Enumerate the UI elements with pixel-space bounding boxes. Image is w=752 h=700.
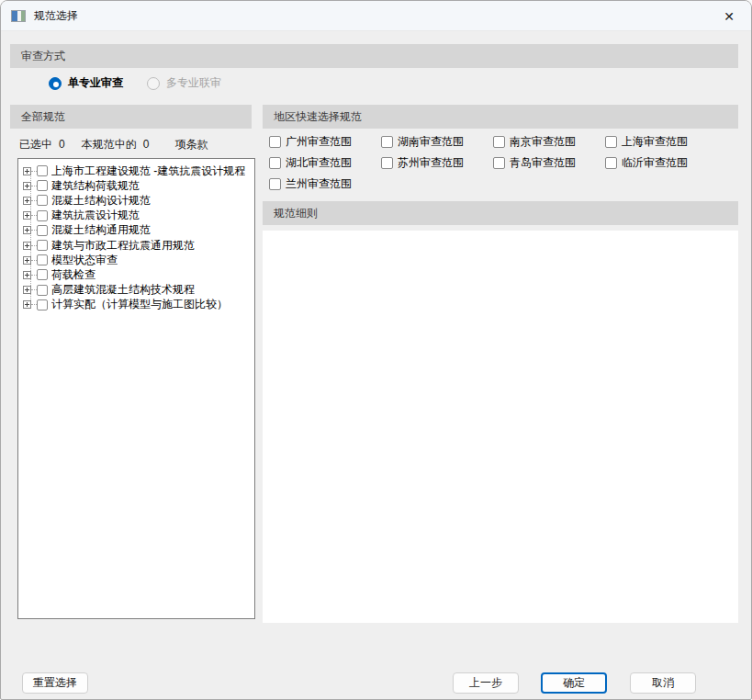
spec-tree: 上海市工程建设规范 -建筑抗震设计规程 建筑结构荷载规范 混凝土结构设计规范 建… xyxy=(17,158,255,619)
expand-plus-icon[interactable] xyxy=(23,286,31,294)
tree-item-checkbox[interactable] xyxy=(37,225,48,236)
expand-plus-icon[interactable] xyxy=(23,300,31,309)
region-checkbox-qingdao[interactable]: 青岛审查范围 xyxy=(493,152,605,174)
region-checkbox-suzhou[interactable]: 苏州审查范围 xyxy=(381,152,493,174)
region-checkbox-hunan[interactable]: 湖南审查范围 xyxy=(381,131,493,152)
previous-step-button[interactable]: 上一步 xyxy=(453,672,519,694)
region-label: 兰州审查范围 xyxy=(286,176,352,192)
counts-of-label: 本规范中的 xyxy=(82,138,137,151)
titlebar: 规范选择 ✕ xyxy=(1,1,751,31)
tree-item[interactable]: 混凝土结构通用规范 xyxy=(18,223,254,238)
tree-item-checkbox[interactable] xyxy=(37,269,48,280)
tree-item-label: 荷载检查 xyxy=(51,267,95,283)
tree-item-checkbox[interactable] xyxy=(37,210,48,221)
tree-item-checkbox[interactable] xyxy=(37,254,48,265)
radio-multi-discipline[interactable]: 多专业联审 xyxy=(147,75,221,91)
region-label: 湖南审查范围 xyxy=(398,134,464,150)
review-mode-options: 单专业审查 多专业联审 xyxy=(49,75,221,91)
expand-plus-icon[interactable] xyxy=(23,271,31,279)
tree-item-checkbox[interactable] xyxy=(37,299,48,310)
expand-plus-icon[interactable] xyxy=(23,182,31,190)
region-checkbox-grid: 广州审查范围 湖南审查范围 南京审查范围 上海审查范围 湖北审查范围 苏州审查范… xyxy=(269,131,733,195)
tree-item[interactable]: 上海市工程建设规范 -建筑抗震设计规程 xyxy=(18,164,254,178)
checkbox-icon xyxy=(493,157,505,169)
checkbox-icon xyxy=(605,136,617,148)
ok-button[interactable]: 确定 xyxy=(541,672,607,694)
radio-unselected-icon xyxy=(147,77,160,90)
counts-selected-value: 0 xyxy=(59,138,65,151)
tree-item-checkbox[interactable] xyxy=(37,180,48,191)
expand-plus-icon[interactable] xyxy=(23,197,31,205)
tree-item-label: 建筑抗震设计规范 xyxy=(51,208,140,223)
region-checkbox-shanghai[interactable]: 上海审查范围 xyxy=(605,131,717,152)
tree-item-checkbox[interactable] xyxy=(37,195,48,206)
region-checkbox-lanzhou[interactable]: 兰州审查范围 xyxy=(269,174,381,195)
counts-of-value: 0 xyxy=(143,138,150,151)
details-header: 规范细则 xyxy=(263,201,738,225)
counts-selected-label: 已选中 xyxy=(19,138,52,151)
expand-plus-icon[interactable] xyxy=(23,226,31,234)
checkbox-icon xyxy=(381,136,393,148)
close-icon[interactable]: ✕ xyxy=(720,7,738,26)
selection-counts: 已选中0本规范中的0项条款 xyxy=(19,137,208,152)
tree-item-label: 混凝土结构通用规范 xyxy=(51,222,151,238)
spec-selection-dialog: 规范选择 ✕ 审查方式 全部规范 地区快速选择规范 规范细则 单专业审查 多专业… xyxy=(0,0,752,700)
tree-item-checkbox[interactable] xyxy=(37,165,48,176)
region-checkbox-linyi[interactable]: 临沂审查范围 xyxy=(605,152,717,174)
app-icon xyxy=(11,10,26,22)
region-label: 广州审查范围 xyxy=(286,134,352,150)
region-label: 临沂审查范围 xyxy=(622,155,688,171)
expand-plus-icon[interactable] xyxy=(23,242,31,250)
region-label: 南京审查范围 xyxy=(510,134,576,150)
region-checkbox-nanjing[interactable]: 南京审查范围 xyxy=(493,131,605,152)
tree-item[interactable]: 模型状态审查 xyxy=(18,253,254,267)
checkbox-icon xyxy=(493,136,505,148)
radio-label: 单专业审查 xyxy=(68,75,123,91)
tree-item-label: 建筑结构荷载规范 xyxy=(51,178,140,194)
region-checkbox-hubei[interactable]: 湖北审查范围 xyxy=(269,152,381,174)
tree-item-label: 上海市工程建设规范 -建筑抗震设计规程 xyxy=(51,164,245,179)
region-label: 苏州审查范围 xyxy=(398,155,464,171)
region-label: 青岛审查范围 xyxy=(510,155,576,171)
checkbox-icon xyxy=(605,157,617,169)
region-label: 湖北审查范围 xyxy=(286,155,352,171)
tree-item[interactable]: 建筑抗震设计规范 xyxy=(18,209,254,223)
tree-item[interactable]: 计算实配（计算模型与施工图比较） xyxy=(18,298,254,312)
checkbox-icon xyxy=(269,157,281,169)
regions-header: 地区快速选择规范 xyxy=(263,105,738,129)
all-specs-header: 全部规范 xyxy=(10,105,252,129)
tree-item-label: 计算实配（计算模型与施工图比较） xyxy=(51,297,228,312)
window-title: 规范选择 xyxy=(34,8,78,24)
tree-item-checkbox[interactable] xyxy=(37,240,48,251)
tree-item[interactable]: 高层建筑混凝土结构技术规程 xyxy=(18,283,254,298)
region-label: 上海审查范围 xyxy=(622,134,688,150)
checkbox-icon xyxy=(381,157,393,169)
cancel-button[interactable]: 取消 xyxy=(630,672,696,694)
tree-item-checkbox[interactable] xyxy=(37,285,48,296)
review-mode-header: 审查方式 xyxy=(10,44,738,68)
checkbox-icon xyxy=(269,178,281,190)
tree-item-label: 模型状态审查 xyxy=(51,253,118,268)
tree-item[interactable]: 荷载检查 xyxy=(18,267,254,282)
radio-label: 多专业联审 xyxy=(166,75,221,91)
radio-single-discipline[interactable]: 单专业审查 xyxy=(49,75,123,91)
tree-item[interactable]: 建筑与市政工程抗震通用规范 xyxy=(18,238,254,253)
expand-plus-icon[interactable] xyxy=(23,167,31,175)
expand-plus-icon[interactable] xyxy=(23,211,31,220)
tree-item-label: 高层建筑混凝土结构技术规程 xyxy=(51,282,195,298)
region-checkbox-guangzhou[interactable]: 广州审查范围 xyxy=(269,131,381,152)
spec-details-panel xyxy=(263,231,738,623)
expand-plus-icon[interactable] xyxy=(23,256,31,265)
tree-item[interactable]: 混凝土结构设计规范 xyxy=(18,193,254,208)
radio-selected-icon xyxy=(49,77,62,90)
counts-suffix-label: 项条款 xyxy=(174,138,208,151)
checkbox-icon xyxy=(269,136,281,148)
tree-item-label: 建筑与市政工程抗震通用规范 xyxy=(51,238,195,254)
tree-item[interactable]: 建筑结构荷载规范 xyxy=(18,178,254,193)
reset-selection-button[interactable]: 重置选择 xyxy=(22,672,88,694)
tree-item-label: 混凝土结构设计规范 xyxy=(51,193,151,209)
